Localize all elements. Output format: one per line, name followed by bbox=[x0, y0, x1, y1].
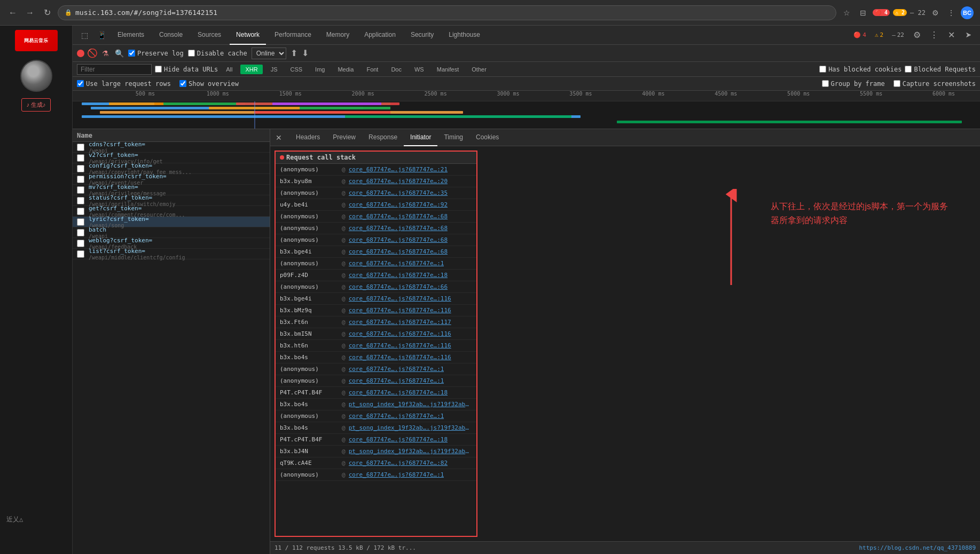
tab-application[interactable]: Application bbox=[358, 26, 402, 45]
stack-link-10[interactable]: core_687747e….js?687747e…:66 bbox=[349, 283, 448, 290]
filter-toggle-button[interactable]: ⚗ bbox=[100, 49, 110, 58]
status-right-link[interactable]: https://blog.csdn.net/qq_43710889 bbox=[859, 544, 976, 551]
inspect-button[interactable]: ⬚ bbox=[77, 28, 92, 43]
stack-link-8[interactable]: core_687747e….js?687747e…:1 bbox=[349, 260, 444, 267]
stack-link-20[interactable]: pt_song_index_19f32ab….js?19f32ab…:10 bbox=[349, 401, 472, 408]
filter-manifest[interactable]: Manifest bbox=[432, 65, 464, 74]
tab-memory[interactable]: Memory bbox=[320, 26, 356, 45]
menu-button[interactable]: ⋮ bbox=[945, 6, 958, 19]
stack-link-23[interactable]: core_687747e….js?687747e…:18 bbox=[349, 436, 448, 443]
tab-preview[interactable]: Preview bbox=[326, 129, 362, 146]
stack-link-14[interactable]: core_687747e….js?687747e…:116 bbox=[349, 330, 451, 337]
forward-button[interactable]: → bbox=[23, 6, 36, 19]
tab-sources[interactable]: Sources bbox=[191, 26, 228, 45]
close-detail-button[interactable]: ✕ bbox=[272, 131, 285, 144]
stack-link-2[interactable]: core_687747e….js?687747e…:35 bbox=[349, 189, 448, 196]
large-rows-option[interactable]: Use large request rows bbox=[77, 80, 171, 88]
filter-doc[interactable]: Doc bbox=[386, 65, 406, 74]
filter-js[interactable]: JS bbox=[266, 65, 283, 74]
show-overview-checkbox[interactable] bbox=[179, 80, 186, 87]
stack-link-9[interactable]: core_687747e….js?687747e…:18 bbox=[349, 272, 448, 279]
stack-link-7[interactable]: core_687747e….js?687747e…:68 bbox=[349, 248, 448, 255]
settings-button[interactable]: ⚙ bbox=[910, 28, 924, 43]
stack-link-0[interactable]: core_687747e….js?687747e…:21 bbox=[349, 166, 448, 173]
hide-data-urls-checkbox[interactable] bbox=[155, 66, 162, 73]
generate-button[interactable]: ♪ 生成♪ bbox=[21, 98, 50, 112]
dock-button[interactable]: ⮞ bbox=[961, 28, 976, 43]
row-checkbox-3[interactable] bbox=[77, 176, 84, 183]
tab-timing[interactable]: Timing bbox=[437, 129, 469, 146]
tab-console[interactable]: Console bbox=[153, 26, 189, 45]
tab-response[interactable]: Response bbox=[362, 129, 404, 146]
tab-cookies[interactable]: Cookies bbox=[469, 129, 505, 146]
stack-link-22[interactable]: pt_song_index_19f32ab….js?19f32ab…:11 bbox=[349, 424, 472, 431]
stack-link-3[interactable]: core_687747e….js?687747e…:92 bbox=[349, 201, 448, 208]
error-count-badge[interactable]: 🔴 4 bbox=[850, 30, 869, 39]
stack-link-18[interactable]: core_687747e….js?687747e…:1 bbox=[349, 377, 444, 384]
filter-css[interactable]: CSS bbox=[285, 65, 307, 74]
more-button[interactable]: ⋮ bbox=[927, 28, 942, 43]
row-checkbox-4[interactable] bbox=[77, 186, 84, 194]
stack-link-6[interactable]: core_687747e….js?687747e…:68 bbox=[349, 236, 448, 243]
filter-input[interactable] bbox=[77, 64, 152, 75]
stack-link-5[interactable]: core_687747e….js?687747e…:68 bbox=[349, 225, 448, 232]
star-button[interactable]: ☆ bbox=[841, 6, 853, 19]
warn-count-badge[interactable]: ⚠ 2 bbox=[872, 30, 887, 39]
filter-font[interactable]: Font bbox=[362, 65, 383, 74]
hide-data-urls-label[interactable]: Hide data URLs bbox=[155, 66, 218, 73]
stack-link-24[interactable]: pt_song_index_19f32ab….js?19f32ab…:12 bbox=[349, 448, 472, 455]
capture-screenshots-checkbox[interactable] bbox=[893, 80, 900, 87]
disable-cache-label[interactable]: Disable cache bbox=[188, 50, 247, 57]
stack-link-26[interactable]: core_687747e….js?687747e…:1 bbox=[349, 471, 444, 478]
export-button[interactable]: ⬇ bbox=[302, 48, 309, 58]
filter-media[interactable]: Media bbox=[333, 65, 358, 74]
blocked-requests-label[interactable]: Blocked Requests bbox=[905, 66, 976, 73]
large-rows-checkbox[interactable] bbox=[77, 80, 84, 87]
device-button[interactable]: 📱 bbox=[94, 28, 109, 43]
filter-other[interactable]: Other bbox=[467, 65, 491, 74]
profile-button[interactable]: BC bbox=[961, 6, 974, 19]
preserve-log-checkbox[interactable] bbox=[128, 50, 135, 57]
row-checkbox-9[interactable] bbox=[77, 240, 84, 247]
row-checkbox-1[interactable] bbox=[77, 154, 84, 162]
has-blocked-cookies-label[interactable]: Has blocked cookies bbox=[819, 66, 901, 73]
address-bar[interactable]: 🔒 music.163.com/#/song?id=1376142151 bbox=[58, 5, 836, 20]
stack-link-1[interactable]: core_687747e….js?687747e…:20 bbox=[349, 178, 448, 185]
show-overview-option[interactable]: Show overview bbox=[179, 80, 239, 88]
import-button[interactable]: ⬆ bbox=[291, 48, 297, 58]
tab-network[interactable]: Network bbox=[230, 26, 266, 45]
row-checkbox-2[interactable] bbox=[77, 165, 84, 172]
stack-link-15[interactable]: core_687747e….js?687747e…:116 bbox=[349, 342, 451, 349]
search-button[interactable]: 🔍 bbox=[114, 49, 124, 58]
back-button[interactable]: ← bbox=[6, 6, 19, 19]
stack-link-25[interactable]: core_687747e….js?687747e…:82 bbox=[349, 460, 448, 466]
disable-cache-checkbox[interactable] bbox=[188, 50, 195, 57]
filter-ws[interactable]: WS bbox=[410, 65, 429, 74]
stack-link-12[interactable]: core_687747e….js?687747e…:116 bbox=[349, 307, 451, 314]
stack-link-16[interactable]: core_687747e….js?687747e…:116 bbox=[349, 354, 451, 361]
close-devtools-button[interactable]: ✕ bbox=[944, 28, 959, 43]
row-checkbox-10[interactable] bbox=[77, 250, 84, 258]
row-checkbox-8[interactable] bbox=[77, 229, 84, 236]
row-checkbox-5[interactable] bbox=[77, 197, 84, 204]
timeline-area[interactable]: 500 ms 1000 ms 1500 ms 2000 ms 2500 ms 3… bbox=[73, 91, 980, 129]
row-checkbox-6[interactable] bbox=[77, 208, 84, 215]
clear-button[interactable]: 🚫 bbox=[89, 50, 96, 57]
refresh-button[interactable]: ↻ bbox=[41, 6, 53, 19]
tab-security[interactable]: Security bbox=[404, 26, 440, 45]
group-by-frame-option[interactable]: Group by frame bbox=[822, 80, 885, 88]
tab-headers[interactable]: Headers bbox=[289, 129, 326, 146]
blocked-requests-checkbox[interactable] bbox=[905, 66, 912, 73]
preserve-log-label[interactable]: Preserve log bbox=[128, 50, 184, 57]
filter-xhr[interactable]: XHR bbox=[240, 65, 262, 74]
stack-link-17[interactable]: core_687747e….js?687747e…:1 bbox=[349, 366, 444, 373]
stack-link-11[interactable]: core_687747e….js?687747e…:116 bbox=[349, 295, 451, 302]
filter-img[interactable]: Img bbox=[310, 65, 330, 74]
row-checkbox-0[interactable] bbox=[77, 144, 84, 151]
stack-link-21[interactable]: core_687747e….js?687747e…:1 bbox=[349, 413, 444, 420]
record-button[interactable] bbox=[77, 50, 84, 57]
filter-all[interactable]: All bbox=[221, 65, 237, 74]
stack-link-19[interactable]: core_687747e….js?687747e…:18 bbox=[349, 389, 448, 396]
group-by-frame-checkbox[interactable] bbox=[822, 80, 829, 87]
info-count-badge[interactable]: — 22 bbox=[889, 30, 907, 39]
